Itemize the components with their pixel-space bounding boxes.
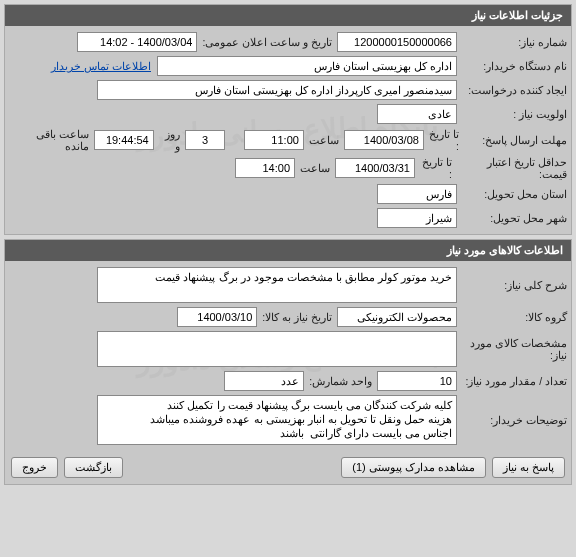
announce-field[interactable] xyxy=(77,32,197,52)
unit-field[interactable] xyxy=(224,371,304,391)
remain-label: ساعت باقی مانده xyxy=(9,128,94,152)
province-label: استان محل تحویل: xyxy=(457,188,567,200)
deadline-date-field[interactable] xyxy=(344,130,424,150)
panel-header-1: جزئیات اطلاعات نیاز xyxy=(5,5,571,26)
need-details-panel: جزئیات اطلاعات نیاز پایگاه اطلاع رسانی د… xyxy=(4,4,572,235)
city-label: شهر محل تحویل: xyxy=(457,212,567,224)
creator-label: ایجاد کننده درخواست: xyxy=(457,84,567,96)
panel-header-2: اطلاعات کالاهای مورد نیاز xyxy=(5,240,571,261)
priority-field[interactable] xyxy=(377,104,457,124)
org-field[interactable] xyxy=(157,56,457,76)
group-label: گروه کالا: xyxy=(457,311,567,323)
announce-label: تاریخ و ساعت اعلان عمومی: xyxy=(197,36,337,48)
back-button[interactable]: بازگشت xyxy=(64,457,123,478)
spec-label: مشخصات کالای مورد نیاز: xyxy=(457,337,567,361)
priority-label: اولویت نیاز : xyxy=(457,108,567,120)
notes-field[interactable] xyxy=(97,395,457,445)
qty-label: تعداد / مقدار مورد نیاز: xyxy=(457,375,567,387)
group-field[interactable] xyxy=(337,307,457,327)
days-label: روز و xyxy=(154,128,185,152)
req-no-field[interactable] xyxy=(337,32,457,52)
goods-info-panel: اطلاعات کالاهای مورد نیاز پایگاه اطلاع ر… xyxy=(4,239,572,485)
validity-date-field[interactable] xyxy=(335,158,415,178)
spec-field[interactable] xyxy=(97,331,457,367)
needdate-label: تاریخ نیاز به کالا: xyxy=(257,311,337,323)
province-field[interactable] xyxy=(377,184,457,204)
desc-label: شرح کلی نیاز: xyxy=(457,279,567,291)
contact-link[interactable]: اطلاعات تماس خریدار xyxy=(51,60,151,72)
org-label: نام دستگاه خریدار: xyxy=(457,60,567,72)
needdate-field[interactable] xyxy=(177,307,257,327)
time-label-1: ساعت xyxy=(304,134,344,146)
footer-bar: پاسخ به نیاز مشاهده مدارک پیوستی (1) باز… xyxy=(5,451,571,484)
remain-time-field[interactable] xyxy=(94,130,154,150)
todate-label-1: تا تاریخ : xyxy=(424,128,464,152)
creator-field[interactable] xyxy=(97,80,457,100)
desc-field[interactable] xyxy=(97,267,457,303)
validity-label: حداقل تاریخ اعتبار قیمت: xyxy=(457,156,567,180)
validity-time-field[interactable] xyxy=(235,158,295,178)
deadline-time-field[interactable] xyxy=(244,130,304,150)
deadline-label: مهلت ارسال پاسخ: xyxy=(464,134,567,146)
exit-button[interactable]: خروج xyxy=(11,457,58,478)
panel-body-2: پایگاه اطلاع رسانی دادورز شرح کلی نیاز: … xyxy=(5,261,571,451)
city-field[interactable] xyxy=(377,208,457,228)
todate-label-2: تا تاریخ : xyxy=(415,156,457,180)
unit-label: واحد شمارش: xyxy=(304,375,377,387)
qty-field[interactable] xyxy=(377,371,457,391)
days-field[interactable] xyxy=(185,130,225,150)
time-label-2: ساعت xyxy=(295,162,335,174)
panel-body-1: پایگاه اطلاع رسانی دادورز شماره نیاز: تا… xyxy=(5,26,571,234)
req-no-label: شماره نیاز: xyxy=(457,36,567,48)
attachments-button[interactable]: مشاهده مدارک پیوستی (1) xyxy=(341,457,486,478)
notes-label: توضیحات خریدار: xyxy=(457,414,567,426)
respond-button[interactable]: پاسخ به نیاز xyxy=(492,457,565,478)
